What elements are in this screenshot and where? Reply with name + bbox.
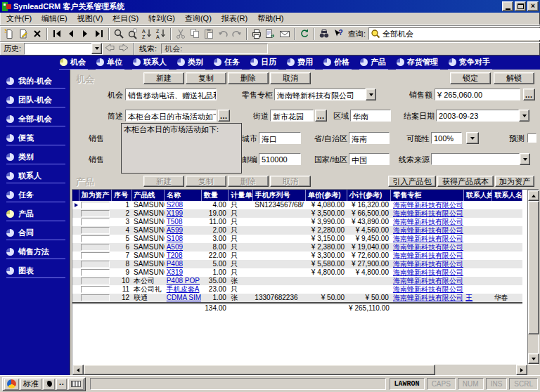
- last-record-button[interactable]: [92, 27, 106, 41]
- counter-link[interactable]: 海南蜂新科技有限公司: [393, 285, 463, 293]
- asset-cell[interactable]: [79, 243, 112, 251]
- find-record-button[interactable]: [126, 27, 140, 41]
- print-button[interactable]: [250, 27, 264, 41]
- asset-cell[interactable]: [79, 268, 112, 277]
- counter-link[interactable]: 海南蜂新科技有限公司: [393, 218, 463, 226]
- brief-ellipsis-button[interactable]: …: [218, 110, 230, 122]
- sort-descending-button[interactable]: ZA: [154, 27, 168, 41]
- column-header-1[interactable]: 加为资产: [79, 190, 112, 201]
- close-date-input[interactable]: 2003-09-23: [436, 110, 519, 122]
- product-row-4[interactable]: 4SAMSUNGA5992.00只¥ 2,280.00¥ 4,560.00海南蜂…: [72, 226, 522, 235]
- close-date-dropdown-button[interactable]: [519, 110, 529, 122]
- product-row-6[interactable]: 6SAMSUNGA5098.00只¥ 2,380.00¥ 19,040.00海南…: [72, 243, 522, 251]
- minimize-button[interactable]: [502, 1, 513, 11]
- product-name-link[interactable]: S208: [167, 201, 183, 209]
- column-header-5[interactable]: 数量: [201, 190, 229, 201]
- opportunity-input[interactable]: 销售移动电话、赠送礼品和单张: [125, 89, 217, 100]
- help-pointer-button[interactable]: ?: [331, 27, 345, 41]
- probability-dropdown-button[interactable]: [466, 132, 479, 144]
- asset-cell[interactable]: [79, 260, 112, 268]
- sidebar-item-7[interactable]: 任务: [0, 188, 70, 204]
- history-back-button[interactable]: [104, 43, 115, 54]
- sort-ascending-button[interactable]: AZ: [140, 27, 154, 41]
- brief-input[interactable]: 本柜台本日的市场活动如下:: [125, 110, 217, 122]
- contact-last-link[interactable]: 王: [465, 294, 472, 301]
- column-header-7[interactable]: 手机序列号: [252, 190, 305, 201]
- nav-tab-3[interactable]: 联系人: [132, 56, 169, 70]
- ime-logo-icon[interactable]: [4, 379, 19, 390]
- find-button[interactable]: [317, 27, 331, 41]
- prev-record-button[interactable]: [64, 27, 78, 41]
- column-header-10[interactable]: 零售专柜: [391, 190, 463, 201]
- counter-link[interactable]: 海南蜂新科技有限公司: [393, 201, 463, 209]
- asset-cell[interactable]: [79, 209, 112, 218]
- city-input[interactable]: 海口: [259, 132, 301, 144]
- column-header-9[interactable]: 小计(参考): [347, 190, 391, 201]
- counter-link[interactable]: 海南蜂新科技有限公司: [393, 260, 463, 268]
- sidebar-item-10[interactable]: 销售方法: [0, 244, 70, 261]
- product-row-10[interactable]: 10本公司P408 POP35.00张海南蜂新科技有限公司: [72, 277, 522, 285]
- menu-item-4[interactable]: 栏目(S): [108, 12, 143, 25]
- nav-tab-9[interactable]: 产品: [359, 56, 388, 70]
- counter-link[interactable]: 海南蜂新科技有限公司: [393, 294, 463, 301]
- product-name-link[interactable]: CDMA SIM卡: [167, 294, 202, 301]
- sidebar-item-5[interactable]: 类别: [0, 150, 70, 166]
- column-header-12[interactable]: 联系人名: [492, 190, 522, 201]
- import-product-package-button[interactable]: 引入产品包: [388, 176, 436, 187]
- asset-cell[interactable]: [79, 235, 112, 243]
- menu-item-5[interactable]: 转到(G): [143, 12, 180, 25]
- history-combobox[interactable]: [24, 43, 103, 55]
- export-button[interactable]: [264, 27, 278, 41]
- menu-item-7[interactable]: 报表(R): [217, 12, 252, 25]
- product-name-link[interactable]: X319: [167, 268, 183, 276]
- asset-cell[interactable]: [79, 294, 112, 303]
- nav-tab-5[interactable]: 任务: [213, 56, 242, 70]
- cancel-button[interactable]: 取消: [270, 72, 311, 84]
- product-name-link[interactable]: 手机皮套A: [167, 285, 200, 293]
- asset-cell[interactable]: [79, 251, 112, 260]
- forecast-checkbox[interactable]: [527, 133, 536, 143]
- product-row-2[interactable]: 2SAMSUNGX19919.00只¥ 3,500.00¥ 66,500.00海…: [72, 209, 522, 218]
- maximize-button[interactable]: [515, 1, 526, 11]
- nav-tab-1[interactable]: 机会: [59, 56, 88, 70]
- new-record-button[interactable]: [2, 27, 16, 41]
- column-header-8[interactable]: 单价(参考): [305, 190, 347, 201]
- product-row-8[interactable]: 8SAMSUNGP4085.00只¥ 5,580.00¥ 27,900.00海南…: [72, 260, 522, 268]
- counter-link[interactable]: 海南蜂新科技有限公司: [393, 251, 463, 259]
- scroll-right-button[interactable]: [516, 365, 527, 375]
- scroll-up-button[interactable]: [528, 190, 539, 201]
- history-dropdown-button[interactable]: [91, 43, 102, 54]
- nav-tab-2[interactable]: 单位: [96, 56, 124, 70]
- keyboard-icon[interactable]: [68, 379, 84, 390]
- product-row-7[interactable]: 7SAMSUNGT20822.00只¥ 3,300.00¥ 72,600.00海…: [72, 251, 522, 260]
- next-record-button[interactable]: [78, 27, 92, 41]
- column-header-11[interactable]: 联系人姓: [463, 190, 492, 201]
- zoom-button[interactable]: [112, 27, 126, 41]
- delete-record-button[interactable]: [30, 27, 44, 41]
- first-record-button[interactable]: [50, 27, 64, 41]
- column-header-6[interactable]: 计量单位: [229, 190, 252, 201]
- asset-cell[interactable]: [79, 277, 112, 285]
- vertical-scroll-thumb[interactable]: [528, 201, 539, 334]
- menu-item-1[interactable]: 文件(F): [1, 12, 37, 25]
- horizontal-scroll-thumb[interactable]: [84, 365, 435, 375]
- region-input[interactable]: 华南: [350, 110, 391, 122]
- counter-link[interactable]: 海南蜂新科技有限公司: [393, 277, 463, 285]
- edit-record-button[interactable]: [16, 27, 30, 41]
- counter-link[interactable]: 海南蜂新科技有限公司: [393, 209, 463, 217]
- sidebar-item-4[interactable]: 便笺: [0, 131, 70, 147]
- product-row-5[interactable]: 5SAMSUNGS1083.00只¥ 3,150.00¥ 9,450.00海南蜂…: [72, 235, 522, 243]
- counter-link[interactable]: 海南蜂新科技有限公司: [393, 243, 463, 251]
- province-input[interactable]: 海南: [349, 132, 390, 144]
- query-combobox[interactable]: 全部机会: [368, 27, 540, 40]
- product-row-12[interactable]: 12联通CDMA SIM卡1.00张13307682236¥ 50.00¥ 50…: [72, 294, 522, 303]
- asset-cell[interactable]: [79, 201, 112, 209]
- product-name-link[interactable]: T208: [167, 251, 183, 259]
- counter-link[interactable]: 海南蜂新科技有限公司: [393, 235, 463, 242]
- copy-button[interactable]: 复制: [186, 72, 226, 84]
- sidebar-item-1[interactable]: 我的-机会: [0, 74, 70, 90]
- product-row-1[interactable]: 1SAMSUNGS2084.00只SN1234567/68/¥ 4,080.00…: [72, 201, 522, 209]
- scroll-down-button[interactable]: [528, 353, 539, 364]
- asset-cell[interactable]: [79, 226, 112, 235]
- unlock-button[interactable]: 解锁: [494, 72, 534, 84]
